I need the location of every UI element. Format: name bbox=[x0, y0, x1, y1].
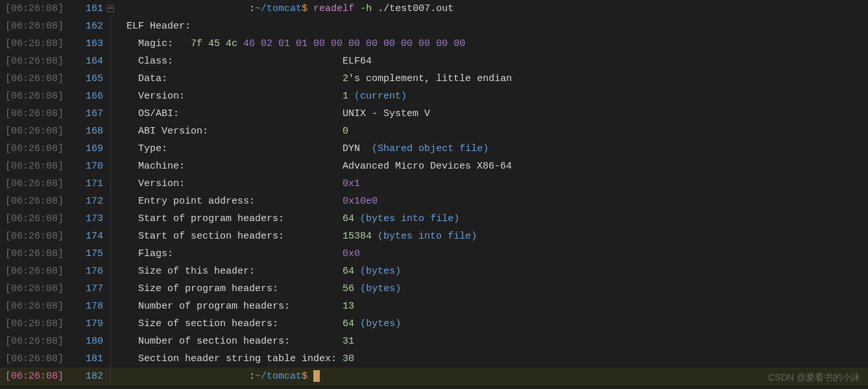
line-number: 179 bbox=[81, 315, 106, 333]
line-number: 167 bbox=[81, 105, 106, 123]
timestamp: [06:26:08] bbox=[0, 350, 81, 368]
line-content: Data: 2's complement, little endian bbox=[127, 70, 868, 88]
line-content: Version: 0x1 bbox=[127, 175, 868, 193]
terminal-line: [06:26:08]167 OS/ABI: UNIX - System V bbox=[0, 105, 868, 123]
line-number: 176 bbox=[81, 263, 106, 280]
terminal-line: [06:26:08]169 Type: DYN (Shared object f… bbox=[0, 140, 868, 158]
line-number: 181 bbox=[81, 350, 106, 368]
timestamp: [06:26:08] bbox=[0, 105, 81, 123]
timestamp: [06:26:08] bbox=[0, 158, 81, 175]
timestamp: [06:26:08] bbox=[0, 298, 81, 315]
line-number: 164 bbox=[81, 53, 106, 70]
line-content: ABI Version: 0 bbox=[127, 123, 868, 140]
timestamp: [06:26:08] bbox=[0, 140, 81, 158]
fold-gutter bbox=[106, 105, 127, 123]
timestamp: [06:26:08] bbox=[0, 245, 81, 263]
timestamp: [06:26:08] bbox=[0, 175, 81, 193]
line-content: Magic: 7f 45 4c 46 02 01 01 00 00 00 00 … bbox=[127, 35, 868, 53]
terminal-line: [06:26:08]165 Data: 2's complement, litt… bbox=[0, 70, 868, 88]
line-number: 177 bbox=[81, 280, 106, 298]
line-content: Entry point address: 0x10e0 bbox=[127, 193, 868, 210]
fold-gutter bbox=[106, 18, 127, 35]
line-content: Machine: Advanced Micro Devices X86-64 bbox=[127, 158, 868, 175]
line-number: 161 bbox=[81, 0, 106, 18]
terminal-line: [06:26:08]162ELF Header: bbox=[0, 18, 868, 35]
terminal-line: [06:26:08]166 Version: 1 (current) bbox=[0, 88, 868, 105]
line-content: Type: DYN (Shared object file) bbox=[127, 140, 868, 158]
timestamp: [06:26:08] bbox=[0, 333, 81, 350]
line-number: 162 bbox=[81, 18, 106, 35]
fold-gutter bbox=[106, 70, 127, 88]
fold-gutter bbox=[106, 245, 127, 263]
fold-gutter bbox=[106, 175, 127, 193]
line-number: 180 bbox=[81, 333, 106, 350]
fold-gutter bbox=[106, 210, 127, 228]
terminal-line: [06:26:08]178 Number of program headers:… bbox=[0, 298, 868, 315]
terminal-line: [06:26:08]170 Machine: Advanced Micro De… bbox=[0, 158, 868, 175]
line-content: Size of this header: 64 (bytes) bbox=[127, 263, 868, 280]
line-content: Version: 1 (current) bbox=[127, 88, 868, 105]
watermark: CSDN @爱看书的小沐 bbox=[768, 369, 860, 386]
terminal-line: [06:26:08]171 Version: 0x1 bbox=[0, 175, 868, 193]
line-number: 171 bbox=[81, 175, 106, 193]
line-content: Number of program headers: 13 bbox=[127, 298, 868, 315]
line-number: 169 bbox=[81, 140, 106, 158]
timestamp: [06:26:08] bbox=[0, 263, 81, 280]
fold-gutter bbox=[106, 333, 127, 350]
terminal-line: [06:26:08]175 Flags: 0x0 bbox=[0, 245, 868, 263]
line-content: Number of section headers: 31 bbox=[127, 333, 868, 350]
terminal-line: [06:26:08]164 Class: ELF64 bbox=[0, 53, 868, 70]
fold-gutter bbox=[106, 140, 127, 158]
fold-gutter bbox=[106, 123, 127, 140]
terminal-line: [06:26:08]174 Start of section headers: … bbox=[0, 228, 868, 245]
timestamp: [06:26:08] bbox=[0, 53, 81, 70]
fold-gutter bbox=[106, 368, 127, 385]
fold-gutter bbox=[106, 158, 127, 175]
line-content: Flags: 0x0 bbox=[127, 245, 868, 263]
line-number: 166 bbox=[81, 88, 106, 105]
line-content: Section header string table index: 30 bbox=[127, 350, 868, 368]
fold-gutter bbox=[106, 228, 127, 245]
line-number: 172 bbox=[81, 193, 106, 210]
timestamp: [06:26:08] bbox=[0, 88, 81, 105]
line-content: Start of section headers: 15384 (bytes i… bbox=[127, 228, 868, 245]
line-content: OS/ABI: UNIX - System V bbox=[127, 105, 868, 123]
timestamp: [06:26:08] bbox=[0, 210, 81, 228]
line-number: 182 bbox=[81, 368, 106, 385]
terminal-line: [06:26:08]182 :~/tomcat$ bbox=[0, 368, 868, 385]
timestamp: [06:26:08] bbox=[0, 280, 81, 298]
timestamp: [06:26:08] bbox=[0, 368, 81, 385]
fold-gutter bbox=[106, 193, 127, 210]
fold-collapse-icon[interactable]: − bbox=[107, 5, 114, 12]
line-content: Start of program headers: 64 (bytes into… bbox=[127, 210, 868, 228]
cursor[interactable] bbox=[313, 370, 320, 382]
terminal-line: [06:26:08]168 ABI Version: 0 bbox=[0, 123, 868, 140]
timestamp: [06:26:08] bbox=[0, 0, 81, 18]
terminal-line: [06:26:08]161− :~/tomcat$ readelf -h ./t… bbox=[0, 0, 868, 18]
fold-gutter bbox=[106, 350, 127, 368]
terminal-line: [06:26:08]177 Size of program headers: 5… bbox=[0, 280, 868, 298]
fold-gutter bbox=[106, 263, 127, 280]
line-content: Class: ELF64 bbox=[127, 53, 868, 70]
timestamp: [06:26:08] bbox=[0, 70, 81, 88]
line-content: :~/tomcat$ bbox=[127, 368, 868, 385]
terminal-line: [06:26:08]176 Size of this header: 64 (b… bbox=[0, 263, 868, 280]
terminal-line: [06:26:08]181 Section header string tabl… bbox=[0, 350, 868, 368]
timestamp: [06:26:08] bbox=[0, 18, 81, 35]
line-content: ELF Header: bbox=[127, 18, 868, 35]
fold-gutter bbox=[106, 280, 127, 298]
fold-gutter bbox=[106, 53, 127, 70]
timestamp: [06:26:08] bbox=[0, 315, 81, 333]
terminal-line: [06:26:08]180 Number of section headers:… bbox=[0, 333, 868, 350]
timestamp: [06:26:08] bbox=[0, 228, 81, 245]
fold-gutter bbox=[106, 88, 127, 105]
fold-gutter bbox=[106, 298, 127, 315]
line-content: Size of program headers: 56 (bytes) bbox=[127, 280, 868, 298]
terminal-line: [06:26:08]163 Magic: 7f 45 4c 46 02 01 0… bbox=[0, 35, 868, 53]
line-number: 170 bbox=[81, 158, 106, 175]
timestamp: [06:26:08] bbox=[0, 193, 81, 210]
line-content: :~/tomcat$ readelf -h ./test007.out bbox=[127, 0, 868, 18]
line-number: 168 bbox=[81, 123, 106, 140]
terminal-line: [06:26:08]173 Start of program headers: … bbox=[0, 210, 868, 228]
fold-gutter bbox=[106, 315, 127, 333]
